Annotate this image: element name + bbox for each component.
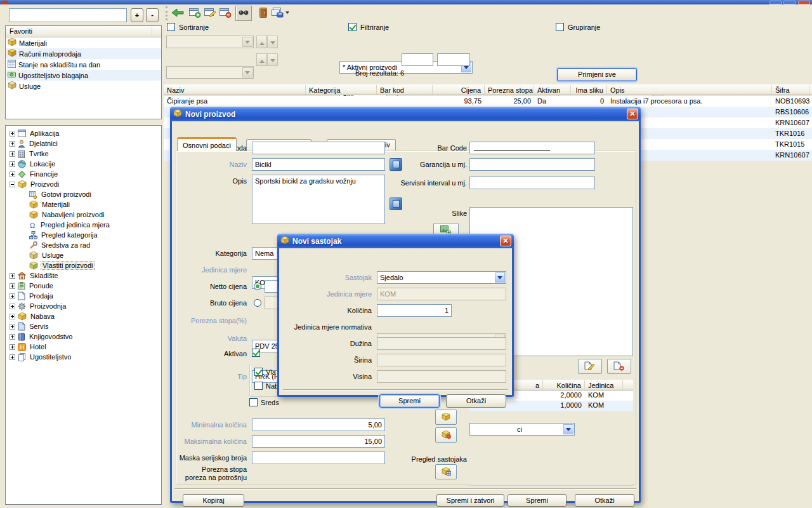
tree-item-vlastiti-proizvodi[interactable]: Vlastiti proizvodi	[6, 260, 161, 271]
favorites-header[interactable]: Favoriti	[6, 26, 161, 37]
tip-option-checkbox[interactable]	[254, 368, 263, 376]
column-header[interactable]: Naziv	[164, 85, 306, 95]
tree-item-pregled-jedinica-mjera[interactable]: ΩPregled jedinica mjera	[6, 220, 161, 230]
column-header[interactable]: Cijena	[433, 85, 485, 95]
favorites-item[interactable]: Računi maloprodaja	[6, 48, 161, 59]
tree-item-ponude[interactable]: Ponude	[6, 281, 161, 291]
tree-item-gotovi-proizvodi[interactable]: Gotovi proizvodi	[6, 189, 161, 199]
expand-icon[interactable]	[10, 334, 15, 340]
tree-item-knjigovodstvo[interactable]: Knjigovodstvo	[6, 331, 161, 342]
favorites-item[interactable]: Stanje na skladištu na dan	[6, 59, 161, 70]
favorites-item[interactable]: Materijali	[6, 37, 161, 48]
close-icon[interactable]: ✕	[500, 236, 511, 246]
find-toolbar-button[interactable]	[235, 6, 252, 21]
tip-option-checkbox[interactable]	[254, 382, 263, 390]
garancija-input[interactable]	[469, 158, 595, 171]
column-header[interactable]: Bar kod	[377, 85, 433, 95]
filter-value-2-input[interactable]	[437, 53, 470, 66]
otkazi-button[interactable]: Otkaži	[575, 494, 634, 507]
table-row[interactable]: Čipiranje psa93,7525,00Da0Instalacija i7…	[164, 96, 812, 107]
column-header[interactable]: Kategorija	[306, 85, 377, 95]
maska-serijskog-broja-input[interactable]	[252, 451, 385, 464]
column-header[interactable]: Porezna stopa	[485, 85, 534, 95]
edit-window-toolbar-button[interactable]	[203, 6, 218, 21]
maksimalna-kolicina-input[interactable]	[252, 435, 385, 448]
minimize-button[interactable]	[769, 1, 782, 4]
filter-value-1-input[interactable]	[402, 53, 433, 66]
expand-icon[interactable]	[10, 131, 15, 137]
expand-icon[interactable]	[10, 293, 15, 299]
tree-item-pregled-kategorija[interactable]: Pregled kategorija	[6, 230, 161, 240]
column-header[interactable]: Količina	[543, 380, 585, 390]
expand-icon[interactable]	[10, 141, 15, 147]
column-header[interactable]: Opis	[607, 85, 772, 95]
otkazi-button[interactable]: Otkaži	[446, 394, 506, 408]
tree-item-materijali[interactable]: Materijali	[6, 199, 161, 210]
expand-icon[interactable]	[10, 273, 15, 279]
save-layout-toolbar-button[interactable]	[271, 6, 290, 21]
filtriranje-checkbox[interactable]	[348, 23, 357, 31]
column-header[interactable]: Ima sliku	[571, 85, 607, 95]
pregled-sastojaka-button[interactable]	[435, 464, 457, 479]
naziv-input[interactable]	[252, 158, 385, 171]
tree-item-proizvodi[interactable]: Proizvodi	[6, 179, 161, 189]
kolicina-input[interactable]	[377, 304, 452, 317]
novi-proizvod-titlebar[interactable]: Novi proizvod ✕	[170, 107, 641, 121]
spremi-button[interactable]: Spremi	[508, 494, 566, 507]
tree-item-financije[interactable]: Financije	[6, 169, 161, 179]
favorites-add-button[interactable]: +	[131, 8, 143, 22]
tree-item-skladi-te[interactable]: Skladište	[6, 271, 161, 281]
favorites-remove-button[interactable]: -	[146, 8, 159, 22]
favorites-item[interactable]: Ugostiteljstvo blagajna	[6, 70, 161, 81]
apply-all-button[interactable]: Primjeni sve	[557, 68, 637, 81]
novi-sastojak-titlebar[interactable]: Novi sastojak ✕	[277, 234, 514, 248]
favorites-search-input[interactable]	[9, 8, 127, 22]
tree-item-proizvodnja[interactable]: Proizvodnja	[6, 301, 161, 311]
delete-window-toolbar-button[interactable]	[218, 6, 233, 21]
bar-code-input[interactable]	[469, 142, 595, 154]
tree-item-servis[interactable]: Servis	[6, 321, 161, 331]
spremi-i-zatvori-button[interactable]: Spremi i zatvori	[436, 494, 504, 507]
aktivan-checkbox[interactable]	[252, 349, 260, 357]
back-toolbar-button[interactable]	[170, 6, 185, 21]
tree-item-aplikacija[interactable]: Aplikacija	[6, 128, 161, 138]
tree-item-lokacije[interactable]: Lokacije	[6, 159, 161, 169]
exit-toolbar-button[interactable]	[256, 6, 270, 21]
tree-item-hotel[interactable]: HHotel	[6, 342, 161, 352]
servisni-interval-input[interactable]	[469, 177, 595, 189]
expand-icon[interactable]	[10, 324, 15, 330]
tree-item-ugostiteljstvo[interactable]: Ugostiteljstvo	[6, 352, 161, 362]
maximize-button[interactable]	[783, 1, 796, 4]
expand-icon[interactable]	[10, 171, 15, 177]
expand-icon[interactable]	[10, 283, 15, 289]
spremi-button[interactable]: Spremi	[379, 394, 440, 408]
expand-icon[interactable]	[10, 151, 15, 157]
new-window-toolbar-button[interactable]	[188, 6, 202, 21]
column-header[interactable]: Šifra	[772, 85, 809, 95]
opis-textarea[interactable]: Sportski bicikl za gradsku vožnju	[252, 175, 385, 224]
tree-item-prodaja[interactable]: Prodaja	[6, 291, 161, 301]
sortiranje-checkbox[interactable]	[167, 23, 175, 31]
tree-item-usluge[interactable]: Usluge	[6, 250, 161, 260]
delete-ingredient-button[interactable]	[607, 359, 631, 374]
sastojak-combo[interactable]: Sjedalo	[377, 271, 506, 284]
opis-picker-button[interactable]	[390, 197, 402, 210]
close-icon[interactable]: ✕	[627, 109, 638, 119]
tree-item-sredstva-za-rad[interactable]: Sredstva za rad	[6, 240, 161, 250]
tree-item-nabava[interactable]: Nabava	[6, 311, 161, 321]
close-button[interactable]	[798, 1, 810, 4]
tree-item-nabavljeni-proizvodi[interactable]: Nabavljeni proizvodi	[6, 210, 161, 220]
grupiranje-checkbox[interactable]	[556, 23, 564, 31]
minimalna-kolicina-input[interactable]	[252, 418, 385, 431]
tab-osnovni-podaci[interactable]: Osnovni podaci	[177, 137, 237, 151]
kopiraj-button[interactable]: Kopiraj	[183, 494, 244, 507]
expand-icon[interactable]	[10, 304, 15, 309]
expand-icon[interactable]	[10, 344, 15, 350]
edit-ingredient-button[interactable]	[578, 359, 602, 374]
sifra-proizvoda-input[interactable]	[252, 142, 385, 154]
column-header[interactable]: Jedinica	[585, 380, 623, 390]
sastojci-combo[interactable]: ci	[469, 423, 575, 436]
expand-icon[interactable]	[10, 161, 15, 167]
ingredient-remove-button[interactable]	[435, 427, 457, 443]
column-header[interactable]: Aktivan	[534, 85, 571, 95]
